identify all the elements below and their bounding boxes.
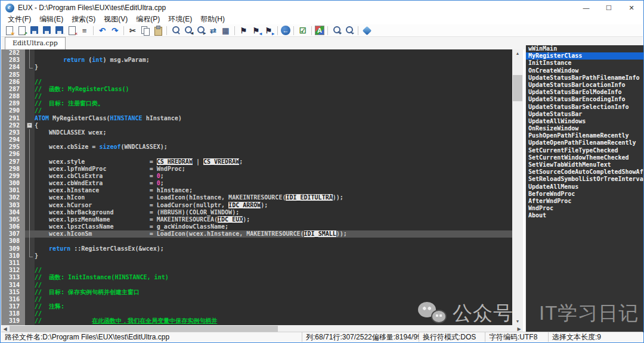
code-line[interactable]: 300 wcex.cbWndExtra = 0;	[1, 180, 512, 187]
code-line[interactable]: 295 wcex.cbSize = sizeof(WNDCLASSEX);	[1, 144, 512, 151]
code-text[interactable]: wcex.hbrBackground = (HBRUSH)(COLOR_WIND…	[35, 209, 512, 216]
code-line[interactable]: 297 wcex.style = CS_HREDRAW | CS_VREDRAW…	[1, 158, 512, 166]
code-text[interactable]: // 目标: 保存实例句柄并创建主窗口	[35, 289, 512, 296]
vertical-scrollbar-thumb[interactable]	[513, 75, 522, 101]
line-number[interactable]: 310	[1, 252, 25, 260]
code-text[interactable]: //	[35, 107, 512, 114]
code-text[interactable]	[35, 151, 512, 158]
save-file-button[interactable]	[29, 25, 40, 36]
symbol-item-afterwndproc[interactable]: AfterWndProc	[526, 198, 644, 205]
code-text[interactable]: // 函数: MyRegisterClass()	[35, 86, 512, 93]
symbol-item-updatestatusbar[interactable]: UpdateStatusBar	[526, 111, 644, 118]
code-text[interactable]: wcex.lpszMenuName = MAKEINTRESOURCEA(IDC…	[35, 216, 512, 223]
code-line[interactable]: 291ATOM MyRegisterClass(HINSTANCE hInsta…	[1, 115, 512, 122]
code-line[interactable]: 296	[1, 151, 512, 158]
menu-environment[interactable]: 环境(E)	[164, 14, 196, 25]
code-text[interactable]: //	[35, 282, 512, 289]
code-text[interactable]: }	[35, 64, 512, 71]
code-text[interactable]	[35, 136, 512, 144]
symbol-item-updatestatusbarencodinginfo[interactable]: UpdateStatusBarEncodingInfo	[526, 96, 644, 103]
find-button[interactable]	[170, 25, 181, 36]
symbol-item-updateallwindows[interactable]: UpdateAllWindows	[526, 118, 644, 125]
find-previous-button[interactable]: ◂	[182, 25, 194, 36]
code-line-current[interactable]: 307 wcex.hIconSm = LoadIcon(wcex.hInstan…	[1, 230, 512, 238]
scroll-down-icon[interactable]: ▼	[512, 317, 523, 325]
symbol-item-updateopenpathfilenamerecently[interactable]: UpdateOpenPathFilenameRecently	[526, 139, 644, 146]
code-text[interactable]	[35, 238, 512, 245]
maximize-button[interactable]: ☐	[597, 1, 620, 14]
line-number[interactable]: 304	[1, 209, 25, 216]
line-number[interactable]: 292	[1, 122, 25, 129]
line-number[interactable]: 286	[1, 79, 25, 86]
line-number[interactable]: 312	[1, 267, 25, 274]
menu-search[interactable]: 搜索(S)	[67, 14, 100, 25]
zoom-out-button[interactable]: −	[343, 25, 355, 36]
line-number[interactable]: 317	[1, 303, 25, 310]
code-text[interactable]: wcex.cbClsExtra = 0;	[35, 173, 512, 180]
code-line[interactable]: 303 wcex.hCursor = LoadCursor(nullptr, I…	[1, 202, 512, 209]
symbol-item-pushopenpathfilenamerecently[interactable]: PushOpenPathFilenameRecently	[526, 132, 644, 139]
code-line[interactable]: 312//	[1, 267, 512, 274]
scroll-up-icon[interactable]: ▲	[512, 49, 523, 57]
code-line[interactable]: 293 WNDCLASSEX wcex;	[1, 129, 512, 136]
line-number[interactable]: 290	[1, 107, 25, 114]
symbol-item-setcurrentfiletypechecked[interactable]: SetCurrentFileTypeChecked	[526, 147, 644, 154]
line-number[interactable]: 309	[1, 245, 25, 252]
code-line[interactable]: 315// 目标: 保存实例句柄并创建主窗口	[1, 289, 512, 296]
symbol-item-setviewtabwidthmenutext[interactable]: SetViewTabWidthMenuText	[526, 161, 644, 169]
code-line[interactable]: 309 return ::RegisterClassEx(&wcex);	[1, 245, 512, 252]
redo-button[interactable]: ↷	[109, 25, 120, 36]
code-text[interactable]: }	[35, 252, 512, 260]
replace-button[interactable]: ⇄	[208, 25, 219, 36]
code-text[interactable]: //	[35, 267, 512, 274]
zoom-in-button[interactable]: +	[331, 25, 342, 36]
code-text[interactable]: wcex.lpszClassName = g_acWindowClassName…	[35, 223, 512, 230]
code-line[interactable]: 299 wcex.cbClsExtra = 0;	[1, 173, 512, 180]
save-all-files-button[interactable]: ▪	[54, 25, 65, 36]
code-line[interactable]: 298 wcex.lpfnWndProc = WndProc;	[1, 166, 512, 173]
line-number[interactable]: 301	[1, 187, 25, 194]
code-text[interactable]	[35, 71, 512, 79]
code-text[interactable]: wcex.cbWndExtra = 0;	[35, 180, 512, 187]
code-line[interactable]: 286//	[1, 79, 512, 86]
about-button[interactable]	[361, 25, 373, 36]
symbol-item-wndproc[interactable]: WndProc	[526, 205, 644, 212]
symbol-item-initinstance[interactable]: InitInstance	[526, 60, 644, 67]
code-text[interactable]: wcex.style = CS_HREDRAW | CS_VREDRAW;	[35, 158, 512, 166]
code-text[interactable]: ATOM MyRegisterClass(HINSTANCE hInstance…	[35, 115, 512, 122]
line-number[interactable]: 313	[1, 274, 25, 281]
code-line[interactable]: 306 wcex.lpszClassName = g_acWindowClass…	[1, 223, 512, 230]
code-text[interactable]: {	[35, 122, 512, 129]
syntax-color-scheme-button[interactable]: A	[315, 26, 324, 35]
code-text[interactable]: //	[35, 93, 512, 100]
line-number[interactable]: 298	[1, 166, 25, 173]
line-number[interactable]: 307	[1, 230, 25, 238]
line-number[interactable]: 305	[1, 216, 25, 223]
line-number[interactable]: 295	[1, 144, 25, 151]
code-line[interactable]: 301 wcex.hInstance = hInstance;	[1, 187, 512, 194]
symbol-item-updateallmenus[interactable]: UpdateAllMenus	[526, 183, 644, 191]
save-file-as-button[interactable]: /	[41, 25, 52, 36]
code-line[interactable]: 285	[1, 71, 512, 79]
code-text[interactable]	[35, 49, 512, 57]
code-line[interactable]: 288//	[1, 93, 512, 100]
line-number[interactable]: 302	[1, 194, 25, 201]
menu-program[interactable]: 编程(P)	[132, 14, 164, 25]
line-number[interactable]: 282	[1, 49, 25, 57]
code-text[interactable]: wcex.cbSize = sizeof(WNDCLASSEX);	[35, 144, 512, 151]
undo-button[interactable]: ↶	[97, 25, 108, 36]
code-text[interactable]: wcex.hCursor = LoadCursor(nullptr, IDC_A…	[35, 202, 512, 209]
fold-collapse-icon[interactable]: −	[27, 123, 32, 128]
symbol-item-oncreatewindow[interactable]: OnCreateWindow	[526, 67, 644, 74]
line-number[interactable]: 285	[1, 71, 25, 79]
line-number[interactable]: 303	[1, 202, 25, 209]
code-line[interactable]: 302 wcex.hIcon = LoadIcon(hInstance, MAK…	[1, 194, 512, 201]
symbol-item-wwinmain[interactable]: wWinMain	[526, 45, 644, 52]
code-text[interactable]: wcex.lpfnWndProc = WndProc;	[35, 166, 512, 173]
line-number[interactable]: 287	[1, 86, 25, 93]
fold-toggle[interactable]: −	[25, 122, 35, 129]
symbol-item-myregisterclass[interactable]: MyRegisterClass	[526, 52, 644, 60]
code-text[interactable]: wcex.hIcon = LoadIcon(hInstance, MAKEINT…	[35, 194, 512, 201]
line-ending-convert-button[interactable]: ☑	[297, 25, 308, 36]
symbol-item-about[interactable]: About	[526, 212, 644, 219]
